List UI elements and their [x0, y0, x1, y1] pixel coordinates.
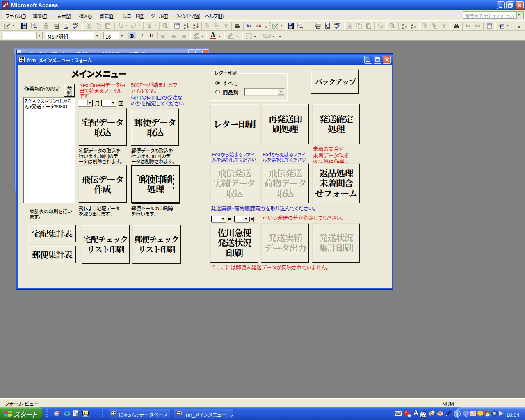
svg-text:T: T: [84, 411, 86, 414]
svg-text:E: E: [493, 411, 496, 416]
